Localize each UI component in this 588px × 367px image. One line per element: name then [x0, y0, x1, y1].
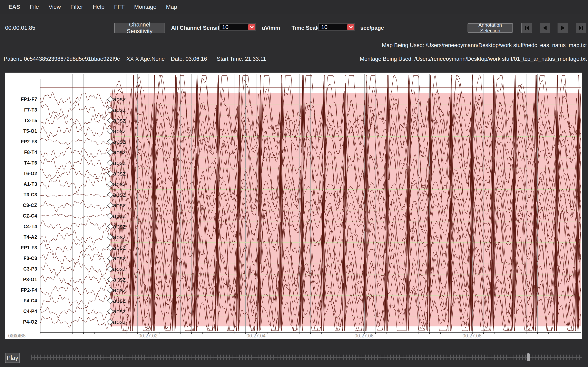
- annotation-label[interactable]: absz: [113, 202, 126, 209]
- scrubber-track-line: [31, 357, 582, 358]
- channel-label-c4-t4: C4-T4: [7, 224, 37, 229]
- menu-item-file[interactable]: File: [30, 4, 39, 10]
- menu-item-eas[interactable]: EAS: [8, 4, 20, 10]
- annotation-label[interactable]: absz: [113, 159, 126, 167]
- menu-item-map[interactable]: Map: [166, 4, 177, 10]
- chevron-down-icon[interactable]: [347, 24, 354, 30]
- channel-label-p3-o1: P3-O1: [7, 277, 37, 282]
- channel-sensitivity-button[interactable]: Channel Sensitivity: [114, 23, 165, 33]
- x-axis-tick-marks: [40, 333, 581, 334]
- channel-label-fp1-f7: FP1-F7: [7, 96, 37, 102]
- annotation-label[interactable]: absz: [113, 170, 126, 177]
- record-start-time: Start Time: 21.33.11: [217, 56, 266, 62]
- annotation-label[interactable]: absz: [113, 138, 126, 145]
- skip-to-end-button[interactable]: [576, 23, 586, 33]
- patient-age: XX X Age:None: [126, 56, 165, 62]
- annotation-label[interactable]: absz: [113, 318, 126, 325]
- channel-label-a1-t3: A1-T3: [7, 181, 37, 187]
- scrubber-thumb[interactable]: [527, 353, 530, 361]
- sensitivity-unit-label: uV/mm: [262, 25, 280, 31]
- channel-label-t3-t5: T3-T5: [7, 118, 37, 123]
- y-axis-line: [40, 79, 40, 332]
- annotation-label[interactable]: absz: [113, 286, 126, 294]
- elapsed-time: 00:00:01.85: [5, 25, 35, 31]
- menu-item-montage[interactable]: Montage: [134, 4, 156, 10]
- channel-label-t3-c3: T3-C3: [7, 192, 37, 198]
- channel-label-t4-a2: T4-A2: [7, 234, 37, 240]
- channel-label-fp2-f4: FP2-F4: [7, 287, 37, 293]
- channel-label-c4-p4: C4-P4: [7, 309, 37, 314]
- channel-label-f4-c4: F4-C4: [7, 298, 37, 304]
- menu-item-fft[interactable]: FFT: [114, 4, 125, 10]
- time-scale-select[interactable]: 10: [318, 23, 355, 31]
- all-channel-sensitivity-select[interactable]: 10: [219, 23, 256, 31]
- channel-label-c3-p3: C3-P3: [7, 266, 37, 272]
- next-page-button[interactable]: [558, 23, 568, 33]
- annotation-label[interactable]: absz: [113, 191, 126, 198]
- skip-to-start-icon: [523, 25, 530, 31]
- next-icon: [560, 25, 566, 31]
- channel-label-f7-t3: F7-T3: [7, 107, 37, 113]
- timeline-scrubber[interactable]: [31, 352, 582, 363]
- channel-label-t6-o2: T6-O2: [7, 171, 37, 176]
- annotation-label[interactable]: absz: [113, 234, 126, 241]
- all-channel-sensitivity-value: 10: [220, 24, 248, 30]
- annotation-label[interactable]: absz: [113, 265, 126, 273]
- previous-icon: [542, 25, 548, 31]
- menu-item-help[interactable]: Help: [93, 4, 104, 10]
- annotation-label[interactable]: absz: [113, 297, 126, 304]
- chevron-down-icon[interactable]: [248, 24, 255, 30]
- annotation-label[interactable]: absz: [113, 255, 126, 262]
- previous-page-button[interactable]: [540, 23, 550, 33]
- patient-info: Patient: 0c5443852398672d8d5e91bbae922f9…: [4, 56, 266, 62]
- menu-item-filter[interactable]: Filter: [70, 4, 83, 10]
- annotation-label[interactable]: absz: [113, 308, 126, 315]
- play-button[interactable]: Play: [5, 353, 20, 363]
- annotation-label[interactable]: absz: [113, 244, 126, 251]
- channel-label-fp2-f8: FP2-F8: [7, 139, 37, 145]
- channel-label-c3-cz: C3-CZ: [7, 202, 37, 208]
- channel-label-p4-o2: P4-O2: [7, 319, 37, 325]
- annotation-label[interactable]: absz: [113, 276, 126, 283]
- annotation-label[interactable]: absz: [113, 149, 126, 156]
- skip-to-end-icon: [578, 25, 584, 31]
- annotation-label[interactable]: absz: [113, 106, 126, 114]
- annotation-label[interactable]: absz: [113, 127, 126, 135]
- patient-id: Patient: 0c5443852398672d8d5e91bbae922f9…: [4, 56, 120, 62]
- annotation-label[interactable]: absz: [113, 117, 126, 124]
- menu-bar: EASFileViewFilterHelpFFTMontageMap: [0, 0, 588, 14]
- annotation-label[interactable]: absz: [113, 223, 126, 230]
- annotation-selection-button[interactable]: Annotation Selection: [467, 23, 513, 33]
- record-date: Date: 03.06.16: [171, 56, 207, 62]
- skip-to-start-button[interactable]: [521, 23, 532, 33]
- channel-label-t5-o1: T5-O1: [7, 128, 37, 134]
- menu-item-view[interactable]: View: [49, 4, 61, 10]
- annotation-label[interactable]: absz: [113, 212, 126, 220]
- subsecond-tick-label: 0.8: [19, 333, 26, 339]
- channel-label-fp1-f3: FP1-F3: [7, 245, 37, 250]
- eeg-chart-panel: FP1-F7F7-T3T3-T5T5-O1FP2-F8F8-T4T4-T6T6-…: [5, 73, 582, 339]
- channel-label-cz-c4: CZ-C4: [7, 213, 37, 219]
- channel-label-t4-t6: T4-T6: [7, 160, 37, 166]
- time-scale-value: 10: [319, 24, 347, 30]
- time-scale-label: Time Scale: [292, 25, 320, 31]
- map-file-path: Map Being Used: /Users/reneeoymann/Deskt…: [382, 42, 587, 49]
- annotation-label[interactable]: absz: [113, 180, 126, 188]
- annotation-label[interactable]: absz: [113, 96, 126, 103]
- channel-label-f8-t4: F8-T4: [7, 150, 37, 155]
- time-scale-unit-label: sec/page: [360, 25, 384, 31]
- channel-label-f3-c3: F3-C3: [7, 256, 37, 261]
- montage-file-path: Montage Being Used: /Users/reneeoymann/D…: [360, 56, 587, 62]
